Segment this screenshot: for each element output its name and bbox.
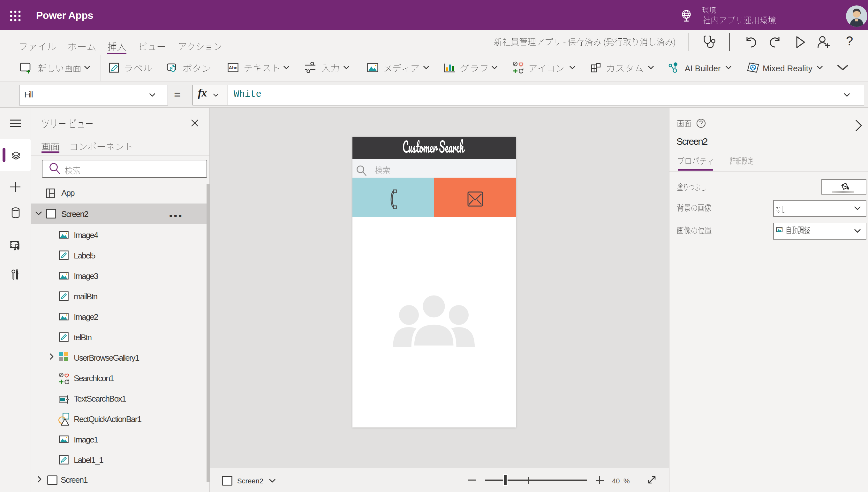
svg-text:Abc: Abc (229, 65, 238, 70)
